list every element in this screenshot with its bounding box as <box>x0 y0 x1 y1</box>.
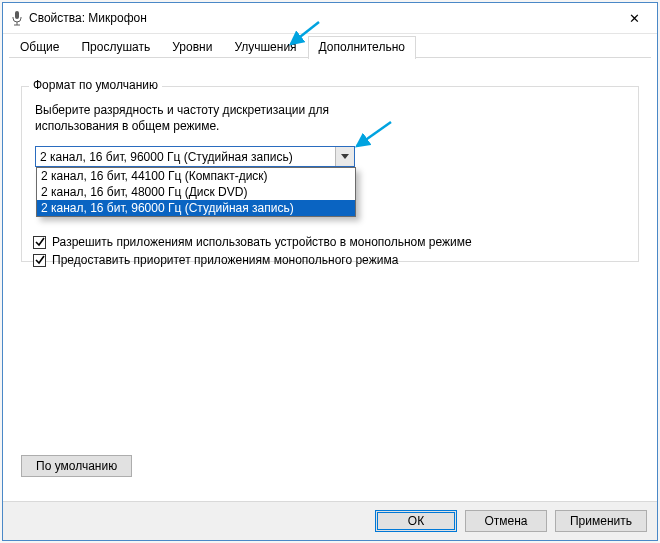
window-title: Свойства: Микрофон <box>29 11 612 25</box>
close-button[interactable]: ✕ <box>612 3 657 33</box>
microphone-icon <box>11 10 23 26</box>
tab-label: Дополнительно <box>319 40 405 54</box>
tab-content-advanced: Формат по умолчанию Выберите разрядность… <box>3 58 657 501</box>
svg-line-4 <box>357 122 391 146</box>
exclusive-priority-row: Предоставить приоритет приложениям моноп… <box>33 253 627 267</box>
format-option-96000[interactable]: 2 канал, 16 бит, 96000 Гц (Студийная зап… <box>37 200 355 216</box>
close-icon: ✕ <box>629 12 640 25</box>
defaults-button[interactable]: По умолчанию <box>21 455 132 477</box>
properties-window: Свойства: Микрофон ✕ Общие Прослушать Ур… <box>2 2 658 541</box>
format-combo-row: 2 канал, 16 бит, 96000 Гц (Студийная зап… <box>35 146 625 167</box>
tab-label: Прослушать <box>81 40 150 54</box>
apply-button[interactable]: Применить <box>555 510 647 532</box>
tab-advanced[interactable]: Дополнительно <box>308 36 416 59</box>
tab-levels[interactable]: Уровни <box>161 36 223 58</box>
exclusive-allow-label: Разрешить приложениям использовать устро… <box>52 235 472 249</box>
exclusive-allow-checkbox[interactable] <box>33 236 46 249</box>
ok-button[interactable]: ОК <box>375 510 457 532</box>
format-selected-text: 2 канал, 16 бит, 96000 Гц (Студийная зап… <box>36 150 335 164</box>
defaults-button-label: По умолчанию <box>36 459 117 473</box>
format-description: Выберите разрядность и частоту дискретиз… <box>35 102 345 134</box>
groupbox-label: Формат по умолчанию <box>29 78 162 92</box>
defaults-button-row: По умолчанию <box>21 455 639 477</box>
format-dropdown: 2 канал, 16 бит, 44100 Гц (Компакт-диск)… <box>36 167 356 217</box>
ok-button-label: ОК <box>408 514 424 528</box>
dialog-button-bar: ОК Отмена Применить <box>3 501 657 540</box>
apply-button-label: Применить <box>570 514 632 528</box>
exclusive-mode-block: Разрешить приложениям использовать устро… <box>33 235 627 267</box>
exclusive-priority-label: Предоставить приоритет приложениям моноп… <box>52 253 398 267</box>
svg-rect-0 <box>15 11 19 19</box>
exclusive-priority-checkbox[interactable] <box>33 254 46 267</box>
tab-general[interactable]: Общие <box>9 36 70 58</box>
tab-label: Улучшения <box>234 40 296 54</box>
titlebar: Свойства: Микрофон ✕ <box>3 3 657 34</box>
format-combobox[interactable]: 2 канал, 16 бит, 96000 Гц (Студийная зап… <box>35 146 355 167</box>
chevron-down-icon <box>335 147 354 166</box>
exclusive-allow-row: Разрешить приложениям использовать устро… <box>33 235 627 249</box>
cancel-button-label: Отмена <box>484 514 527 528</box>
format-option-48000[interactable]: 2 канал, 16 бит, 48000 Гц (Диск DVD) <box>37 184 355 200</box>
cancel-button[interactable]: Отмена <box>465 510 547 532</box>
format-option-44100[interactable]: 2 канал, 16 бит, 44100 Гц (Компакт-диск) <box>37 168 355 184</box>
default-format-group: Формат по умолчанию Выберите разрядность… <box>21 78 639 285</box>
tab-label: Общие <box>20 40 59 54</box>
annotation-arrow-combo <box>351 120 395 150</box>
tab-strip: Общие Прослушать Уровни Улучшения Дополн… <box>3 34 657 58</box>
tab-listen[interactable]: Прослушать <box>70 36 161 58</box>
tab-enhancements[interactable]: Улучшения <box>223 36 307 58</box>
tab-label: Уровни <box>172 40 212 54</box>
